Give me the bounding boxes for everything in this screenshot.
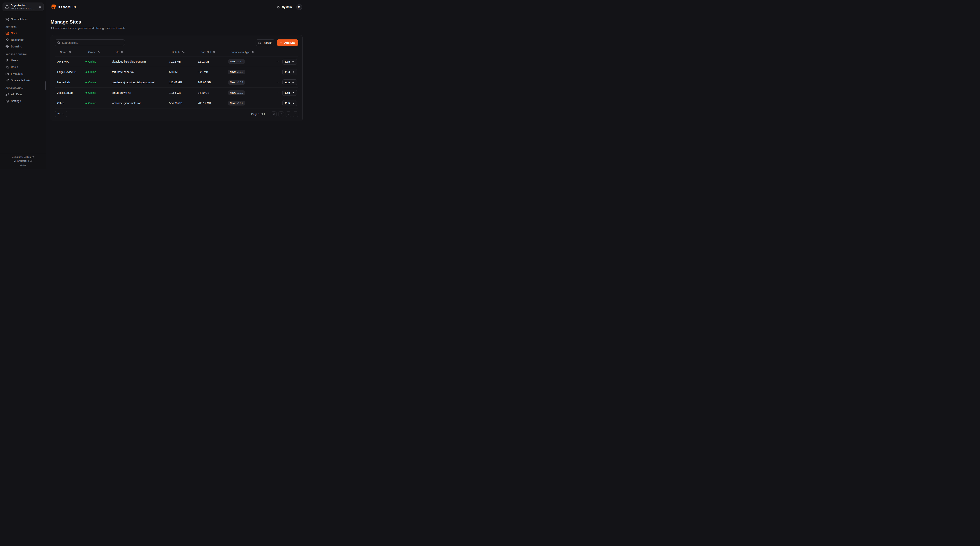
pangolin-logo-icon [51, 4, 57, 10]
column-header-online[interactable]: Online [83, 51, 110, 54]
sidebar-item-server-admin[interactable]: Server Admin [2, 16, 44, 22]
row-menu-button[interactable] [276, 60, 280, 64]
prev-page-button[interactable] [278, 112, 284, 117]
sort-icon [252, 51, 255, 53]
connection-type-cell: Newt v1.3.2 [225, 70, 274, 74]
sidebar-item-label: Invitations [11, 72, 23, 75]
edit-button[interactable]: Edit [282, 69, 297, 75]
table-header: Name Online Site Data In [55, 48, 298, 56]
site-name-cell: Edge Device 01 [55, 70, 83, 73]
data-in-cell: 534.98 GB [167, 102, 196, 105]
online-status-dot [86, 71, 87, 73]
sidebar-item-settings[interactable]: Settings [2, 98, 44, 104]
avatar[interactable]: M [296, 4, 302, 10]
row-menu-button[interactable] [276, 91, 280, 95]
online-status-cell: Online [83, 70, 110, 73]
edit-button[interactable]: Edit [282, 80, 297, 85]
sidebar-item-shareable-links[interactable]: Shareable Links [2, 77, 44, 84]
edit-button[interactable]: Edit [282, 100, 297, 106]
avatar-initial: M [298, 6, 300, 8]
sidebar-item-sites[interactable]: Sites [2, 30, 44, 37]
sidebar: Organization milo@fossorial.io's ... Ser… [0, 0, 46, 169]
chevrons-left-icon [272, 113, 275, 115]
section-label-access-control: ACCESS CONTROL [2, 53, 44, 56]
sidebar-item-resources[interactable]: Resources [2, 37, 44, 43]
last-page-button[interactable] [293, 112, 298, 117]
site-slug-cell: welcome-giant-mole-rat [110, 102, 167, 105]
first-page-button[interactable] [271, 112, 277, 117]
chevron-left-icon [280, 113, 282, 115]
sidebar-item-roles[interactable]: Roles [2, 64, 44, 70]
row-menu-button[interactable] [276, 80, 280, 84]
sites-card: Refresh Add Site Name Online [51, 35, 302, 121]
sidebar-item-invitations[interactable]: Invitations [2, 70, 44, 77]
row-menu-button[interactable] [276, 101, 280, 105]
ellipsis-icon [276, 102, 280, 105]
site-slug-cell: vivacious-little-blue-penguin [110, 60, 167, 63]
column-header-data-out[interactable]: Data Out [196, 51, 225, 54]
ticket-check-icon [5, 72, 9, 75]
sidebar-item-api-keys[interactable]: API Keys [2, 91, 44, 98]
org-switcher[interactable]: Organization milo@fossorial.io's ... [3, 3, 43, 11]
column-header-connection-type[interactable]: Connection Type [225, 51, 274, 54]
arrow-right-icon [292, 91, 294, 94]
moon-icon [277, 5, 280, 9]
page-subtitle: Allow connectivity to your network throu… [51, 27, 302, 30]
sort-icon [182, 51, 185, 53]
page-size-select[interactable]: 20 [55, 111, 67, 117]
brand-name: PANGOLIN [59, 5, 76, 9]
sidebar-scrollbar[interactable] [45, 81, 46, 89]
section-label-organization: ORGANIZATION [2, 87, 44, 89]
chevron-down-icon [62, 113, 65, 115]
online-status-dot [86, 102, 87, 104]
sidebar-item-label: Roles [11, 65, 18, 69]
sites-table: Name Online Site Data In [55, 48, 298, 109]
chevron-right-icon [287, 113, 290, 115]
chevrons-right-icon [294, 113, 297, 115]
site-slug-cell: smug-brown-rat [110, 91, 167, 94]
search-box [55, 40, 125, 46]
user-icon [5, 59, 9, 62]
site-name-cell: AWS VPC [55, 60, 83, 63]
edit-button[interactable]: Edit [282, 90, 297, 96]
sidebar-item-label: Server Admin [11, 18, 27, 21]
globe-icon [5, 45, 9, 48]
data-out-cell: 780.12 GB [196, 102, 225, 105]
sidebar-item-label: Domains [11, 45, 22, 48]
data-in-cell: 112.42 GB [167, 81, 196, 84]
sort-icon [97, 51, 100, 53]
row-menu-button[interactable] [276, 70, 280, 74]
brand-logo[interactable]: PANGOLIN [51, 4, 76, 10]
edit-button[interactable]: Edit [282, 59, 297, 64]
org-switcher-value: milo@fossorial.io's ... [11, 7, 37, 10]
page-info: Page 1 of 1 [251, 113, 265, 116]
connection-badge: Newt v1.3.2 [228, 101, 245, 105]
online-status-cell: Online [83, 91, 110, 94]
refresh-button[interactable]: Refresh [256, 40, 275, 46]
documentation-link[interactable]: Documentation [14, 160, 32, 162]
content: Manage Sites Allow connectivity to your … [46, 14, 307, 121]
sidebar-item-users[interactable]: Users [2, 57, 44, 64]
theme-toggle[interactable]: System [277, 5, 292, 9]
data-out-cell: 34.80 GB [196, 91, 225, 94]
arrow-right-icon [292, 102, 294, 105]
sidebar-item-domains[interactable]: Domains [2, 43, 44, 50]
community-edition-link[interactable]: Community Edition [12, 156, 34, 158]
waypoints-icon [5, 38, 9, 42]
arrow-right-icon [292, 70, 294, 73]
add-site-button[interactable]: Add Site [277, 40, 298, 46]
online-status-dot [86, 61, 87, 62]
connection-type-cell: Newt v1.3.2 [225, 101, 274, 105]
site-slug-cell: dead-san-joaquin-antelope-squirrel [110, 81, 167, 84]
column-header-name[interactable]: Name [55, 51, 83, 54]
sort-icon [213, 51, 215, 53]
sidebar-item-label: API Keys [11, 93, 22, 96]
online-status-cell: Online [83, 60, 110, 63]
search-input[interactable] [62, 41, 123, 44]
combine-icon [5, 32, 9, 35]
column-header-data-in[interactable]: Data In [167, 51, 196, 54]
connection-badge: Newt v1.3.2 [228, 80, 245, 85]
column-header-site[interactable]: Site [110, 51, 167, 54]
arrow-right-icon [292, 60, 294, 63]
next-page-button[interactable] [286, 112, 291, 117]
